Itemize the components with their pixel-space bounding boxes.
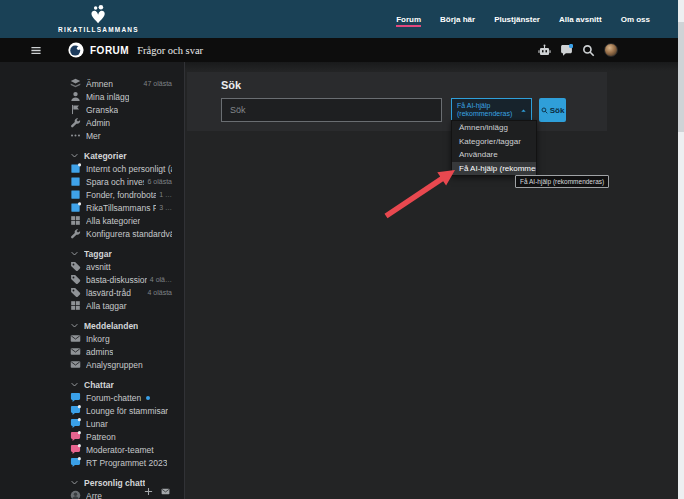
category-dot-icon bbox=[70, 202, 81, 213]
section-header-label: Kategorier bbox=[84, 151, 127, 161]
sidebar-item-moderator-teamet[interactable]: Moderator-teamet bbox=[70, 443, 172, 456]
sidebar-item-mer[interactable]: Mer bbox=[70, 129, 172, 142]
sidebar-item-alla-kategorier[interactable]: Alla kategorier bbox=[70, 214, 172, 227]
sidebar-item-analysgruppen[interactable]: Analysgruppen bbox=[70, 358, 172, 371]
search-type-selector[interactable]: Få AI-hjälp (rekommenderas) bbox=[451, 98, 532, 122]
sidebar-item-label: Granska bbox=[86, 105, 118, 115]
sidebar-item-admin[interactable]: Admin bbox=[70, 116, 172, 129]
user-icon bbox=[70, 91, 81, 102]
sidebar-item-inkorg[interactable]: Inkorg bbox=[70, 332, 172, 345]
flag-icon bbox=[70, 104, 81, 115]
search-input[interactable] bbox=[221, 98, 442, 122]
hamburger-menu-icon[interactable] bbox=[30, 45, 42, 56]
nav-item-alla-avsnitt[interactable]: Alla avsnitt bbox=[559, 11, 602, 28]
sidebar-section-header-meddelanden[interactable]: Meddelanden bbox=[70, 319, 172, 332]
plus-icon[interactable] bbox=[144, 487, 153, 496]
chat-notification-icon[interactable] bbox=[560, 44, 573, 57]
sidebar-item-rt-programmet-2023[interactable]: RT Programmet 2023 bbox=[70, 456, 172, 469]
sidebar-section-header-kategorier[interactable]: Kategorier bbox=[70, 149, 172, 162]
search-type-option-fa-ai-hjalp-rekommenderas[interactable]: Få AI-hjälp (rekommenderas) bbox=[452, 162, 536, 176]
sidebar-section-header-taggar[interactable]: Taggar bbox=[70, 247, 172, 260]
sidebar-section: Ämnen47 olästaMina inläggGranskaAdminMer bbox=[70, 77, 172, 142]
wrench-icon bbox=[70, 228, 81, 239]
sidebar-item-patreon[interactable]: Patreon bbox=[70, 430, 172, 443]
sidebar-item-mina-inlagg[interactable]: Mina inlägg bbox=[70, 90, 172, 103]
search-type-option-kategorier-taggar[interactable]: Kategorier/taggar bbox=[452, 135, 536, 149]
search-type-option-amnen-inlagg[interactable]: Ämnen/inlägg bbox=[452, 121, 536, 135]
sidebar-item-granska[interactable]: Granska bbox=[70, 103, 172, 116]
sidebar-item-label: Alla taggar bbox=[86, 301, 127, 311]
scrollbar-thumb[interactable] bbox=[678, 22, 684, 132]
sidebar-item-label: Arre bbox=[86, 491, 102, 499]
sidebar-item-konfigurera-standardvar[interactable]: Konfigurera standardvär… bbox=[70, 227, 172, 240]
search-type-dropdown-menu: Ämnen/inläggKategorier/taggarAnvändareFå… bbox=[451, 120, 537, 176]
unread-count-badge: 1 … bbox=[156, 191, 172, 198]
sidebar-item-label: Lounge för stammisar bbox=[86, 406, 168, 416]
envelope-icon[interactable] bbox=[161, 487, 170, 496]
envelope-icon bbox=[70, 359, 81, 370]
search-type-option-anvandare[interactable]: Användare bbox=[452, 148, 536, 162]
sidebar-item-lounge-for-stammisar[interactable]: Lounge för stammisar bbox=[70, 404, 172, 417]
rikatillsammans-logo[interactable]: RIKATILLSAMMANS bbox=[58, 5, 139, 33]
search-button-label: Sök bbox=[550, 106, 565, 115]
nav-item-om-oss[interactable]: Om oss bbox=[621, 11, 650, 28]
nav-item-borja-har[interactable]: Börja här bbox=[440, 11, 475, 28]
sidebar-item-fonder-fondrobotar[interactable]: Fonder, fondrobotar …1 … bbox=[70, 188, 172, 201]
tag-icon bbox=[70, 274, 81, 285]
forum-logo-icon[interactable] bbox=[68, 42, 84, 58]
user-avatar[interactable] bbox=[604, 43, 618, 57]
nav-item-plustjanster[interactable]: Plustjänster bbox=[494, 11, 540, 28]
main-content: Sök Få AI-hjälp (rekommenderas) Sök Ämne… bbox=[185, 62, 684, 499]
scrollbar[interactable] bbox=[678, 0, 684, 499]
chevron-down-icon bbox=[70, 151, 79, 160]
nav-item-forum[interactable]: Forum bbox=[396, 11, 421, 28]
page-title: Sök bbox=[221, 79, 607, 91]
sidebar-section-header-chattar[interactable]: Chattar bbox=[70, 378, 172, 391]
sidebar-item-admins[interactable]: admins bbox=[70, 345, 172, 358]
unread-count-badge: 6 olästa bbox=[144, 178, 172, 185]
chevron-down-icon bbox=[70, 478, 79, 487]
unread-dot bbox=[146, 396, 150, 400]
sidebar-item-rikatillsammans-pr[interactable]: RikaTillsammans Pr…3 … bbox=[70, 201, 172, 214]
grid-icon bbox=[70, 215, 81, 226]
sidebar-item-label: bästa-diskussione… bbox=[86, 275, 147, 285]
wrench-icon bbox=[70, 117, 81, 128]
sidebar-item-basta-diskussione[interactable]: bästa-diskussione…4 olä… bbox=[70, 273, 172, 286]
section-header-label: Taggar bbox=[84, 249, 112, 259]
category-dot-icon bbox=[70, 163, 81, 174]
search-icon[interactable] bbox=[582, 44, 595, 57]
sidebar-item-label: Moderator-teamet bbox=[86, 445, 154, 455]
sidebar: Ämnen47 olästaMina inläggGranskaAdminMer… bbox=[0, 62, 185, 499]
chevron-down-icon bbox=[70, 380, 79, 389]
unread-count-badge: 4 olästa bbox=[144, 289, 172, 296]
forum-brand[interactable]: FORUM bbox=[90, 45, 129, 56]
sidebar-item-avsnitt[interactable]: avsnitt bbox=[70, 260, 172, 273]
sidebar-item-amnen[interactable]: Ämnen47 olästa bbox=[70, 77, 172, 90]
top-navigation-bar: RIKATILLSAMMANS ForumBörja härPlustjänst… bbox=[0, 0, 684, 38]
category-icon bbox=[70, 176, 81, 187]
sidebar-item-label: Konfigurera standardvär… bbox=[86, 229, 172, 239]
sidebar-section-taggar: Taggaravsnittbästa-diskussione…4 olä…läs… bbox=[70, 247, 172, 312]
site-title: Frågor och svar bbox=[137, 45, 203, 56]
sidebar-item-label: Inkorg bbox=[86, 334, 110, 344]
sidebar-item-forum-chatten[interactable]: Forum-chatten bbox=[70, 391, 172, 404]
sidebar-item-label: Alla kategorier bbox=[86, 216, 140, 226]
search-button[interactable]: Sök bbox=[539, 98, 566, 122]
sidebar-item-spara-och-investera[interactable]: Spara och investera6 olästa bbox=[70, 175, 172, 188]
sidebar-item-lasvard-trad[interactable]: läsvärd-tråd4 olästa bbox=[70, 286, 172, 299]
tag-icon bbox=[70, 261, 81, 272]
sidebar-item-label: Analysgruppen bbox=[86, 360, 143, 370]
unread-count-badge: 47 olästa bbox=[141, 80, 172, 87]
sidebar-item-lunar[interactable]: Lunar bbox=[70, 417, 172, 430]
sidebar-item-label: Mer bbox=[86, 131, 101, 141]
search-row: Få AI-hjälp (rekommenderas) Sök bbox=[221, 98, 607, 122]
section-header-label: Personlig chatt bbox=[84, 478, 145, 488]
search-type-value: Få AI-hjälp (rekommenderas) bbox=[457, 102, 517, 119]
caret-up-icon bbox=[520, 107, 527, 114]
tooltip: Få AI-hjälp (rekommenderas) bbox=[515, 175, 609, 188]
robot-ai-icon[interactable] bbox=[538, 44, 551, 57]
sidebar-footer bbox=[144, 487, 170, 496]
sidebar-item-internt-och-personligt-ar[interactable]: Internt och personligt (ar… bbox=[70, 162, 172, 175]
sidebar-item-alla-taggar[interactable]: Alla taggar bbox=[70, 299, 172, 312]
unread-count-badge: 4 olä… bbox=[147, 276, 172, 283]
